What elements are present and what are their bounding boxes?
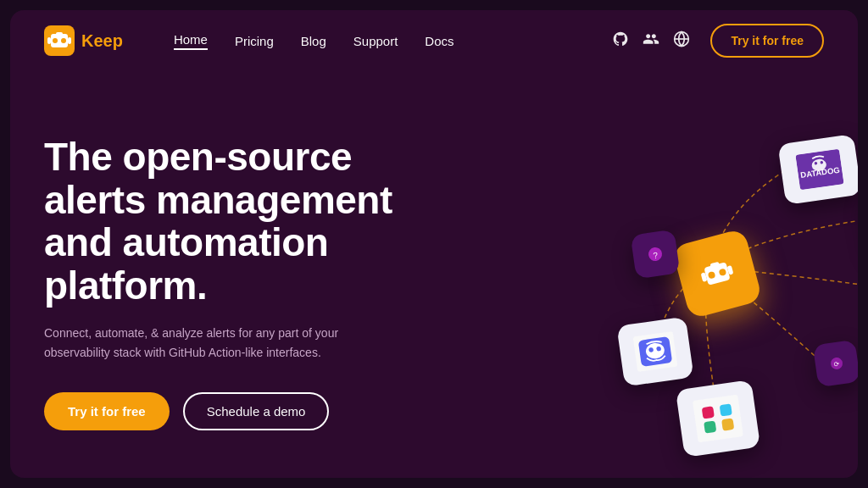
navbar: Keep Home Pricing Blog Support Docs Try … xyxy=(10,10,858,71)
hero-buttons: Try it for free Schedule a demo xyxy=(44,392,451,430)
hero-demo-button[interactable]: Schedule a demo xyxy=(183,392,330,430)
nav-icon-group xyxy=(612,30,690,52)
svg-point-2 xyxy=(53,38,58,43)
slack-logo xyxy=(693,395,743,441)
nav-cta-button[interactable]: Try it for free xyxy=(710,24,824,58)
github-icon[interactable] xyxy=(612,30,629,52)
nav-home[interactable]: Home xyxy=(174,32,208,50)
svg-rect-4 xyxy=(56,32,63,36)
hero-cta-button[interactable]: Try it for free xyxy=(44,392,170,430)
svg-text:⟳: ⟳ xyxy=(833,361,840,369)
discord-card xyxy=(616,317,693,387)
small-node-1: ? xyxy=(631,230,681,280)
svg-rect-35 xyxy=(693,394,743,442)
svg-rect-5 xyxy=(47,37,51,44)
nav-docs[interactable]: Docs xyxy=(425,34,453,48)
integration-diagram: .conn { stroke: #f59e0b; stroke-width: 1… xyxy=(417,71,858,478)
globe-icon[interactable] xyxy=(673,30,690,52)
nav-support[interactable]: Support xyxy=(353,34,398,48)
brand-name: Keep xyxy=(81,31,123,51)
users-icon[interactable] xyxy=(643,30,659,52)
hero-headline: The open-source alerts management and au… xyxy=(44,136,451,307)
datadog-logo: DATADOG xyxy=(794,148,844,191)
center-logo xyxy=(693,249,743,299)
page-wrapper: Keep Home Pricing Blog Support Docs Try … xyxy=(10,10,858,478)
hero-text-block: The open-source alerts management and au… xyxy=(44,136,451,430)
svg-rect-38 xyxy=(704,420,716,433)
svg-rect-6 xyxy=(68,37,71,44)
connection-lines: .conn { stroke: #f59e0b; stroke-width: 1… xyxy=(417,71,858,478)
slack-card xyxy=(676,380,760,458)
logo-icon xyxy=(44,25,75,56)
svg-rect-36 xyxy=(702,406,715,419)
svg-rect-37 xyxy=(720,403,732,416)
svg-rect-39 xyxy=(721,418,734,430)
datadog-card: DATADOG xyxy=(777,134,858,205)
discord-logo xyxy=(632,330,679,373)
small-node-2: ⟳ xyxy=(813,340,858,387)
logo-area[interactable]: Keep xyxy=(44,25,123,56)
nav-pricing[interactable]: Pricing xyxy=(235,34,274,48)
hero-subtext: Connect, automate, & analyze alerts for … xyxy=(44,324,400,362)
svg-point-3 xyxy=(61,38,66,43)
hero-section: The open-source alerts management and au… xyxy=(10,71,858,478)
nav-links: Home Pricing Blog Support Docs xyxy=(174,32,613,50)
center-card xyxy=(671,228,763,319)
nav-blog[interactable]: Blog xyxy=(301,34,326,48)
